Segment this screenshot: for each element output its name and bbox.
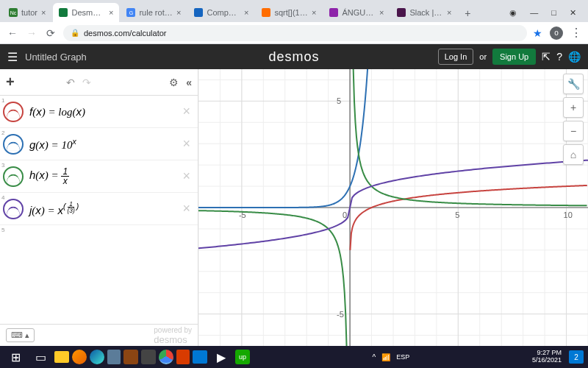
close-tab-icon[interactable]: × bbox=[41, 8, 46, 17]
close-tab-icon[interactable]: × bbox=[109, 8, 113, 17]
close-tab-icon[interactable]: × bbox=[244, 8, 248, 17]
tab-label: tutor bbox=[21, 8, 37, 17]
settings-gear-icon[interactable]: ⚙ bbox=[169, 77, 179, 88]
close-tab-icon[interactable]: × bbox=[176, 8, 181, 17]
expression-index: 1 bbox=[1, 97, 4, 104]
new-tab-button[interactable]: + bbox=[459, 4, 476, 22]
globe-icon[interactable]: 🌐 bbox=[568, 51, 581, 63]
main-area: + ↶ ↷ ⚙ « 1 f(x) = log(x) ×2 g(x) = 10x … bbox=[0, 69, 588, 346]
start-button[interactable]: ⊞ bbox=[4, 348, 26, 366]
browser-tab[interactable]: sqrt[](130)× bbox=[256, 3, 322, 22]
edge-icon[interactable] bbox=[90, 350, 104, 364]
empty-expression-row[interactable]: 5 bbox=[0, 225, 198, 258]
reload-button[interactable]: ⟳ bbox=[44, 27, 57, 39]
expression-color-icon[interactable] bbox=[3, 199, 24, 219]
collapse-sidebar-button[interactable]: « bbox=[186, 77, 192, 88]
browser-tab[interactable]: ÁNGULOS× bbox=[323, 3, 390, 22]
favicon bbox=[194, 8, 203, 17]
forward-button[interactable]: → bbox=[25, 27, 38, 39]
bookmark-star-icon[interactable]: ★ bbox=[533, 27, 542, 39]
media-icon[interactable]: ▶ bbox=[210, 348, 232, 366]
graph-canvas[interactable]: -50510-55 🔧 + − ⌂ bbox=[198, 69, 588, 346]
home-zoom-button[interactable]: ⌂ bbox=[563, 144, 584, 165]
favicon bbox=[262, 8, 270, 17]
url-field[interactable]: 🔒 desmos.com/calculator bbox=[63, 25, 527, 41]
svg-text:10: 10 bbox=[564, 210, 573, 219]
tab-label: ÁNGULOS bbox=[342, 8, 376, 17]
expression-row[interactable]: 1 f(x) = log(x) × bbox=[0, 96, 198, 128]
delete-expression-icon[interactable]: × bbox=[175, 201, 198, 216]
graph-title[interactable]: Untitled Graph bbox=[25, 52, 87, 63]
keyboard-toggle-button[interactable]: ⌨ ▴ bbox=[6, 328, 35, 342]
clock[interactable]: 9:27 PM 5/16/2021 bbox=[532, 350, 566, 364]
app-icon-2[interactable] bbox=[141, 350, 156, 364]
store-icon[interactable] bbox=[193, 350, 207, 364]
help-icon[interactable]: ? bbox=[556, 51, 562, 63]
expression-list: 1 f(x) = log(x) ×2 g(x) = 10x ×3 h(x) = … bbox=[0, 96, 198, 324]
sidebar-footer: ⌨ ▴ powered by desmos bbox=[0, 324, 198, 346]
delete-expression-icon[interactable]: × bbox=[175, 104, 198, 119]
expression-row[interactable]: 3 h(x) = 1x × bbox=[0, 160, 198, 193]
expression-formula[interactable]: f(x) = log(x) bbox=[26, 105, 175, 118]
redo-button[interactable]: ↷ bbox=[82, 77, 91, 88]
favicon bbox=[329, 8, 338, 17]
delete-expression-icon[interactable]: × bbox=[175, 136, 198, 152]
url-text: desmos.com/calculator bbox=[84, 29, 167, 38]
tab-label: Compositi bbox=[207, 8, 240, 17]
calculator-icon[interactable] bbox=[107, 350, 121, 364]
expression-formula[interactable]: g(x) = 10x bbox=[26, 137, 175, 152]
language-indicator[interactable]: ESP bbox=[396, 353, 409, 361]
delete-expression-icon[interactable]: × bbox=[175, 169, 198, 184]
explorer-icon[interactable] bbox=[54, 351, 69, 363]
add-expression-button[interactable]: + bbox=[6, 74, 15, 91]
chrome-icon[interactable] bbox=[159, 350, 173, 364]
tray-chevron-icon[interactable]: ^ bbox=[373, 353, 376, 361]
graph-tools: 🔧 + − ⌂ bbox=[563, 74, 584, 165]
firefox-icon[interactable] bbox=[72, 350, 87, 364]
close-tab-icon[interactable]: × bbox=[447, 8, 451, 17]
notification-icon[interactable]: 2 bbox=[569, 350, 584, 364]
browser-tab[interactable]: Grule rotatio× bbox=[121, 3, 187, 22]
browser-menu-icon[interactable]: ⋮ bbox=[570, 26, 582, 40]
or-label: or bbox=[479, 52, 487, 61]
upwork-icon[interactable]: up bbox=[235, 350, 250, 364]
minimize-button[interactable]: — bbox=[530, 8, 538, 18]
browser-tab[interactable]: Nctutor× bbox=[3, 3, 51, 22]
expression-formula[interactable]: h(x) = 1x bbox=[26, 167, 175, 185]
expression-formula[interactable]: j(x) = x(1(3)) bbox=[26, 201, 175, 217]
svg-text:5: 5 bbox=[337, 96, 341, 105]
close-window-button[interactable]: ✕ bbox=[570, 8, 576, 18]
expression-color-icon[interactable] bbox=[3, 134, 24, 155]
profile-avatar[interactable]: o bbox=[550, 26, 563, 40]
expression-color-icon[interactable] bbox=[3, 166, 24, 187]
undo-button[interactable]: ↶ bbox=[66, 77, 75, 88]
wifi-icon[interactable]: 📶 bbox=[381, 353, 390, 361]
expression-index: 4 bbox=[1, 194, 4, 201]
browser-tab[interactable]: Desmos | G× bbox=[53, 3, 119, 22]
app-icon-1[interactable] bbox=[123, 350, 138, 364]
zoom-out-button[interactable]: − bbox=[563, 121, 584, 141]
browser-titlebar: Nctutor×Desmos | G×Grule rotatio×Composi… bbox=[0, 0, 588, 22]
tab-label: Slack | tuto bbox=[409, 8, 443, 17]
expression-row[interactable]: 4 j(x) = x(1(3)) × bbox=[0, 193, 198, 225]
expression-row[interactable]: 2 g(x) = 10x × bbox=[0, 128, 198, 160]
browser-tab[interactable]: Compositi× bbox=[188, 3, 254, 22]
share-icon[interactable]: ⇱ bbox=[542, 51, 551, 63]
back-button[interactable]: ← bbox=[6, 27, 19, 39]
login-button[interactable]: Log In bbox=[438, 49, 474, 65]
desmos-logo: desmos bbox=[268, 49, 319, 65]
close-tab-icon[interactable]: × bbox=[379, 8, 384, 17]
tab-label: sqrt[](130) bbox=[274, 8, 308, 17]
record-icon[interactable]: ◉ bbox=[509, 8, 517, 18]
signup-button[interactable]: Sign Up bbox=[492, 49, 536, 65]
maximize-button[interactable]: □ bbox=[551, 8, 556, 18]
browser-tab[interactable]: Slack | tuto× bbox=[391, 3, 457, 22]
close-tab-icon[interactable]: × bbox=[312, 8, 316, 17]
zoom-in-button[interactable]: + bbox=[563, 97, 584, 118]
expression-index: 5 bbox=[1, 227, 4, 233]
office-icon[interactable] bbox=[176, 350, 190, 364]
expression-color-icon[interactable] bbox=[3, 102, 24, 122]
taskview-icon[interactable]: ▭ bbox=[29, 348, 51, 366]
wrench-tool-button[interactable]: 🔧 bbox=[563, 74, 584, 94]
hamburger-menu-icon[interactable]: ☰ bbox=[7, 50, 18, 64]
